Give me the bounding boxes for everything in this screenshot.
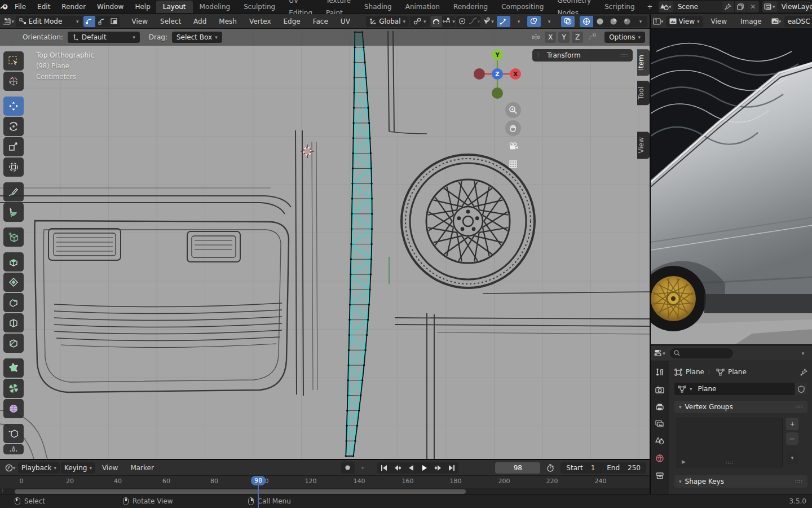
tool-loop-cut[interactable] <box>3 313 24 332</box>
tool-poly-build[interactable] <box>3 358 24 378</box>
tool-move[interactable] <box>3 97 24 116</box>
show-overlays-icon[interactable] <box>527 16 541 27</box>
snap-target-icon[interactable]: ▾ <box>442 16 455 27</box>
viewport-menu-select[interactable]: Select <box>155 15 187 28</box>
gizmo-axis-x[interactable]: X <box>510 68 521 80</box>
menu-edit[interactable]: Edit <box>32 0 56 14</box>
gizmo-axis-x-neg[interactable] <box>474 68 485 80</box>
face-select-icon[interactable] <box>108 16 120 27</box>
sidebar-tab-view[interactable]: View <box>637 132 650 159</box>
navigation-gizmo[interactable]: Y X Z <box>471 46 523 108</box>
keying-set-dropdown-icon[interactable]: ▾ <box>356 462 369 474</box>
auto-keying-icon[interactable] <box>341 462 355 474</box>
grid-toggle-icon[interactable] <box>505 156 521 172</box>
transform-panel-header[interactable]: 〉 Transform ∷∷ <box>532 49 633 62</box>
unlink-scene-icon[interactable]: ✕ <box>747 1 759 12</box>
scene-icon[interactable]: ▾ <box>659 1 673 12</box>
next-keyframe-icon[interactable] <box>431 462 445 474</box>
overlays-dropdown-icon[interactable]: ▾ <box>542 16 556 27</box>
image-datablock-icon[interactable]: ▾ <box>770 16 783 27</box>
sidebar-tab-item[interactable]: Item <box>637 49 650 76</box>
orientation-dropdown[interactable]: Default ▾ <box>68 32 140 43</box>
viewport-menu-mesh[interactable]: Mesh <box>213 15 242 28</box>
gizmo-axis-y-neg[interactable] <box>492 87 503 99</box>
viewport-menu-add[interactable]: Add <box>188 15 212 28</box>
snap-corner-icon[interactable] <box>585 32 599 43</box>
image-name-field[interactable]: eaDSC <box>784 16 812 27</box>
mirror-y-button[interactable]: Y <box>558 32 570 43</box>
vertex-groups-list[interactable]: ▶ ∷∷ <box>677 418 783 467</box>
viewlayer-name[interactable]: ViewLayer <box>777 3 812 11</box>
tool-measure[interactable] <box>3 203 24 222</box>
tool-edge-slide[interactable] <box>3 424 24 443</box>
playhead[interactable]: 98 <box>251 476 266 485</box>
image-editor-type-icon[interactable]: ▾ <box>653 16 664 27</box>
viewport-canvas[interactable] <box>0 29 650 459</box>
shading-rendered-icon[interactable] <box>620 16 634 27</box>
scene-name[interactable]: Scene <box>673 3 722 11</box>
drag-dropdown[interactable]: Select Box ▾ <box>172 32 222 43</box>
tool-add-cube[interactable] <box>3 227 24 247</box>
tool-spin[interactable] <box>3 379 24 398</box>
mesh-name-input[interactable]: ▾ Plane <box>674 383 794 395</box>
workspace-tab-animation[interactable]: Animation <box>399 1 447 13</box>
pin-id-icon[interactable] <box>800 369 807 376</box>
tab-render-icon[interactable] <box>655 386 664 394</box>
pivot-point-dropdown[interactable]: ▾ <box>410 16 430 27</box>
properties-editor-type-icon[interactable]: ▾ <box>653 348 667 359</box>
viewport-menu-uv[interactable]: UV <box>335 15 356 28</box>
timeline-editor-type-icon[interactable]: ▾ <box>3 462 17 474</box>
tool-select-box[interactable] <box>3 51 24 71</box>
viewport-menu-face[interactable]: Face <box>307 15 334 28</box>
timeline-scrollbar[interactable] <box>15 489 466 494</box>
workspace-tab-sculpting[interactable]: Sculpting <box>237 1 282 13</box>
gizmo-axis-z[interactable]: Z <box>492 68 503 80</box>
pin-scene-icon[interactable] <box>722 1 734 12</box>
jump-to-start-icon[interactable] <box>377 462 391 474</box>
toggle-xray-icon[interactable] <box>561 16 575 27</box>
gizmo-dropdown-icon[interactable]: ▾ <box>512 16 526 27</box>
vertex-groups-panel-header[interactable]: ▾ Vertex Groups ∷∷ <box>674 401 807 413</box>
zoom-icon[interactable] <box>505 102 521 118</box>
timeline-ruler[interactable]: 0 20 40 60 80 100 120 140 160 180 200 22… <box>0 476 650 488</box>
mode-dropdown[interactable]: Edit Mode ▾ <box>16 16 82 27</box>
reference-image[interactable] <box>650 29 812 344</box>
shading-dropdown-icon[interactable]: ▾ <box>634 16 647 27</box>
image-mode-dropdown[interactable]: View ▾ <box>666 16 703 27</box>
menu-window[interactable]: Window <box>91 0 129 14</box>
workspace-tab-modeling[interactable]: Modeling <box>193 1 237 13</box>
mirror-x-button[interactable]: X <box>545 32 556 43</box>
new-scene-icon[interactable] <box>734 1 747 12</box>
fake-user-shield-icon[interactable] <box>794 383 807 395</box>
shading-material-icon[interactable] <box>607 16 620 27</box>
vertex-select-icon[interactable] <box>83 16 96 27</box>
properties-search-input[interactable] <box>670 348 733 358</box>
menu-help[interactable]: Help <box>129 0 156 14</box>
viewport-menu-vertex[interactable]: Vertex <box>244 15 277 28</box>
current-frame-field[interactable]: 98 <box>495 462 540 474</box>
sidebar-tab-tool[interactable]: Tool <box>637 81 650 105</box>
menu-render[interactable]: Render <box>56 0 91 14</box>
add-vertex-group-button[interactable]: ＋ <box>786 418 798 430</box>
remove-vertex-group-button[interactable]: − <box>786 432 798 445</box>
playback-dropdown[interactable]: Playback▾ <box>18 462 60 474</box>
blender-logo-icon[interactable] <box>0 1 9 12</box>
workspace-tab-scripting[interactable]: Scripting <box>598 1 641 13</box>
tool-scale[interactable] <box>3 137 24 156</box>
tool-annotate[interactable] <box>3 182 24 202</box>
tool-extrude-region[interactable] <box>3 252 24 271</box>
menu-file[interactable]: File <box>9 0 32 14</box>
tool-transform[interactable] <box>3 157 24 177</box>
viewport-menu-edge[interactable]: Edge <box>278 15 306 28</box>
mirror-z-button[interactable]: Z <box>572 32 583 43</box>
gizmo-axis-y[interactable]: Y <box>492 49 503 60</box>
transform-orientation-dropdown[interactable]: Global ▾ <box>366 16 409 27</box>
viewport-menu-view[interactable]: View <box>126 15 153 28</box>
play-reverse-icon[interactable] <box>404 462 418 474</box>
use-preview-range-icon[interactable] <box>544 462 557 474</box>
workspace-tab-rendering[interactable]: Rendering <box>447 1 495 13</box>
shading-wireframe-icon[interactable] <box>580 16 593 27</box>
timeline-menu-view[interactable]: View <box>96 461 123 475</box>
workspace-tab-compositing[interactable]: Compositing <box>495 1 550 13</box>
pan-hand-icon[interactable] <box>505 120 521 136</box>
